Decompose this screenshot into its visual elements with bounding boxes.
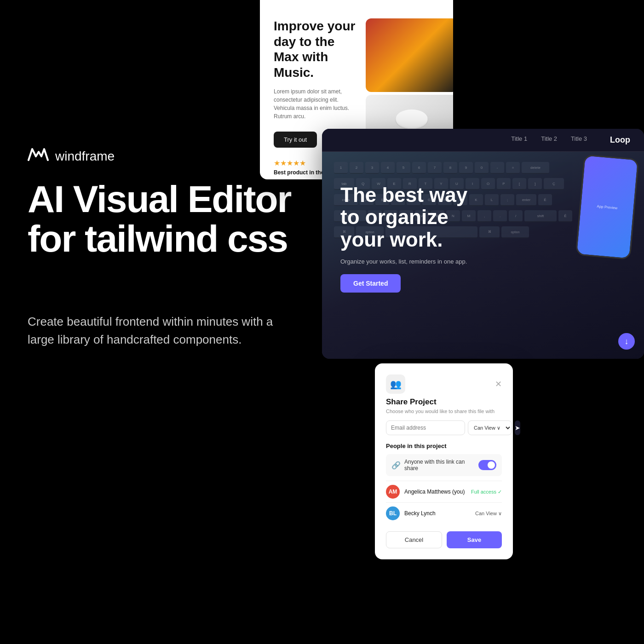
person-row-1: AM Angelica Matthews (you) Full access ✓ xyxy=(386,481,502,502)
loop-overlay: The best way to organize your work. Orga… xyxy=(340,184,467,293)
link-share-left: 🔗 Anyone with this link can share xyxy=(391,459,478,472)
phone-screen: App Preview xyxy=(577,155,638,258)
option-key-right: option xyxy=(501,226,529,238)
save-button[interactable]: Save xyxy=(447,531,502,548)
cancel-button[interactable]: Cancel xyxy=(386,531,442,548)
phone-mockup: App Preview xyxy=(575,154,639,260)
loop-nav-title1[interactable]: Title 1 xyxy=(511,135,527,145)
loop-heading: The best way to organize your work. xyxy=(340,184,467,251)
logo-icon xyxy=(28,147,50,166)
share-project-modal: 👥 ✕ Share Project Choose who you would l… xyxy=(375,363,513,559)
link-icon: 🔗 xyxy=(391,461,401,470)
person-2-access[interactable]: Can View ∨ xyxy=(475,511,502,517)
person-2-avatar: BL xyxy=(386,506,400,520)
logo-text: windframe xyxy=(55,149,115,164)
share-icon: 👥 xyxy=(386,374,405,394)
share-input-row: Can View ∨ ➤ xyxy=(386,420,502,435)
music-card-body: Lorem ipsum dolor sit amet, consectetur … xyxy=(274,87,356,121)
sub-heading: Create beautiful frontend within minutes… xyxy=(28,313,285,349)
send-button[interactable]: ➤ xyxy=(515,420,520,435)
get-started-button[interactable]: Get Started xyxy=(340,274,401,293)
person-2-info: BL Becky Lynch xyxy=(386,506,436,520)
share-footer: Cancel Save xyxy=(386,531,502,548)
person-1-name: Angelica Matthews (you) xyxy=(404,489,465,495)
loop-header: Title 1 Title 2 Title 3 Loop xyxy=(322,129,644,152)
view-select[interactable]: Can View ∨ xyxy=(468,420,512,435)
loop-nav: Title 1 Title 2 Title 3 Loop xyxy=(511,135,630,145)
music-image-1 xyxy=(366,18,453,92)
main-heading: AI Visual Editor for tailwind css xyxy=(28,179,294,259)
loop-nav-title2[interactable]: Title 2 xyxy=(541,135,557,145)
logo[interactable]: windframe xyxy=(28,147,115,166)
share-description: Choose who you would like to share this … xyxy=(386,408,502,414)
person-1-info: AM Angelica Matthews (you) xyxy=(386,485,465,499)
person-row-2: BL Becky Lynch Can View ∨ xyxy=(386,502,502,524)
person-2-name: Becky Lynch xyxy=(404,510,436,517)
close-button[interactable]: ✕ xyxy=(495,379,502,389)
person-1-access: Full access ✓ xyxy=(471,489,502,495)
loop-nav-title3[interactable]: Title 3 xyxy=(571,135,587,145)
loop-subtitle: Organize your works, list, reminders in … xyxy=(340,258,467,265)
loop-brand: Loop xyxy=(610,135,630,145)
email-input[interactable] xyxy=(386,420,465,435)
share-title: Share Project xyxy=(386,397,502,407)
loop-card: Title 1 Title 2 Title 3 Loop 1 2 3 4 5 6… xyxy=(322,129,644,359)
link-share-text: Anyone with this link can share xyxy=(404,459,478,472)
link-share-toggle[interactable] xyxy=(478,460,496,470)
music-card-title: Improve your day to the Max with Music. xyxy=(274,18,356,80)
svg-point-2 xyxy=(396,109,427,127)
share-header: 👥 ✕ xyxy=(386,374,502,394)
try-it-out-button[interactable]: Try it out xyxy=(274,132,317,148)
scroll-arrow[interactable]: ↓ xyxy=(618,333,635,350)
person-1-avatar: AM xyxy=(386,485,400,499)
people-label: People in this project xyxy=(386,443,502,449)
link-share-row: 🔗 Anyone with this link can share xyxy=(386,454,502,476)
